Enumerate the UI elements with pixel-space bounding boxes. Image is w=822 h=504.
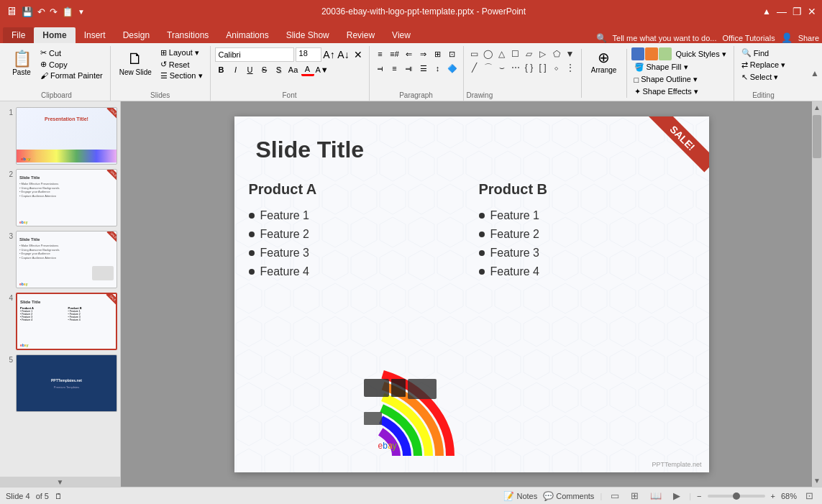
connector-tool[interactable]: ⋯ <box>509 61 522 74</box>
curve-tool[interactable]: ⌒ <box>482 61 495 74</box>
slide-img-5[interactable]: PPTTemplates.net Premium Templates <box>16 354 117 412</box>
slide-thumb-2[interactable]: 2 SALE Slide Title • Make Effective Pres… <box>3 169 117 226</box>
replace-button[interactable]: ⇄ Replace ▾ <box>739 60 788 70</box>
ribbon-collapse-icon[interactable]: ▲ <box>762 6 771 17</box>
slide-thumb-5[interactable]: 5 PPTTemplates.net Premium Templates <box>3 354 117 412</box>
reset-button[interactable]: ↺ Reset <box>157 59 206 70</box>
pentagon-tool[interactable]: ⬠ <box>550 47 563 60</box>
tab-review[interactable]: Review <box>338 27 383 43</box>
italic-button[interactable]: I <box>229 63 242 76</box>
new-slide-button[interactable]: 🗋 New Slide <box>115 47 156 78</box>
slide-img-4[interactable]: SALE Slide Title Product A • Feature 1• … <box>16 293 117 350</box>
close-button[interactable]: ✕ <box>808 6 816 17</box>
tell-me-search[interactable]: Tell me what you want to do... <box>613 34 717 42</box>
numbered-list-button[interactable]: ≡# <box>388 47 401 60</box>
align-right-button[interactable]: ⫥ <box>403 62 416 75</box>
font-name-input[interactable]: Calibri <box>215 47 294 62</box>
share-btn[interactable]: Share <box>798 34 819 42</box>
qat-undo[interactable]: ↶ <box>37 6 45 17</box>
normal-view-btn[interactable]: ▭ <box>608 489 622 503</box>
shape-outline-button[interactable]: □ Shape Outline ▾ <box>631 74 729 85</box>
bullet-list-button[interactable]: ≡ <box>374 47 387 60</box>
circle-tool[interactable]: ◯ <box>482 47 495 60</box>
reading-view-btn[interactable]: 📖 <box>647 489 665 503</box>
cut-button[interactable]: ✂ Cut <box>37 47 106 58</box>
ribbon-collapse-btn[interactable]: ▲ <box>810 68 819 78</box>
font-color-button[interactable]: A <box>301 63 314 76</box>
paste-button[interactable]: 📋 Paste <box>7 47 36 78</box>
product-b-heading[interactable]: Product B <box>479 181 695 198</box>
align-center-button[interactable]: ≡ <box>388 62 401 75</box>
notes-button[interactable]: 📝 Notes <box>503 491 537 501</box>
tab-animations[interactable]: Animations <box>217 27 277 43</box>
copy-button[interactable]: ⊕ Copy <box>37 59 106 70</box>
arrange-button[interactable]: ⊕ Arrange <box>586 47 622 75</box>
scroll-thumb[interactable] <box>813 115 821 158</box>
font-size-input[interactable]: 18 <box>296 47 321 62</box>
style-swatch-3[interactable] <box>659 47 672 60</box>
parallelogram-tool[interactable]: ▱ <box>523 47 536 60</box>
tab-slideshow[interactable]: Slide Show <box>278 27 338 43</box>
rectangle-tool[interactable]: ▭ <box>468 47 481 60</box>
underline-button[interactable]: U <box>244 63 257 76</box>
slide-thumb-1[interactable]: 1 SALE Presentation Title! ebay <box>3 107 117 165</box>
decrease-indent-button[interactable]: ⇐ <box>403 47 416 60</box>
layout-button[interactable]: ⊞ Layout ▾ <box>157 47 206 58</box>
clear-format-button[interactable]: ✕ <box>352 48 365 61</box>
case-button[interactable]: Aa <box>287 63 300 76</box>
tab-home[interactable]: Home <box>34 27 75 43</box>
brace-tool[interactable]: { } <box>523 61 536 74</box>
square-tool[interactable]: ☐ <box>509 47 522 60</box>
increase-font-button[interactable]: A↑ <box>323 48 336 61</box>
formula-tool[interactable]: ⋮ <box>564 61 577 74</box>
columns-button[interactable]: ⊞ <box>431 47 444 60</box>
more-shapes-btn[interactable]: ▼ <box>564 47 577 60</box>
slide-thumb-4[interactable]: 4 SALE Slide Title Product A • Feature 1… <box>3 293 117 350</box>
arc-tool[interactable]: ⌣ <box>496 61 508 74</box>
shape-effects-button[interactable]: ✦ Shape Effects ▾ <box>631 86 729 97</box>
qat-save[interactable]: 💾 <box>22 6 33 17</box>
tab-view[interactable]: View <box>383 27 419 43</box>
qat-customize[interactable]: 📋 <box>62 6 73 17</box>
tab-file[interactable]: File <box>3 27 34 43</box>
decrease-font-button[interactable]: A↓ <box>337 48 350 61</box>
quick-styles-button[interactable]: Quick Styles ▾ <box>673 49 729 60</box>
find-button[interactable]: 🔍 Find <box>739 47 788 58</box>
justify-button[interactable]: ☰ <box>417 62 430 75</box>
slide-img-3[interactable]: SALE Slide Title • Make Effective Presen… <box>16 231 117 288</box>
slide-thumb-3[interactable]: 3 SALE Slide Title • Make Effective Pres… <box>3 231 117 288</box>
zoom-in-btn[interactable]: + <box>771 492 775 500</box>
arrow-tool[interactable]: ▷ <box>536 47 549 60</box>
presenter-view-btn[interactable]: ▶ <box>670 489 683 503</box>
line-spacing-button[interactable]: ↕ <box>431 62 444 75</box>
line-tool[interactable]: ╱ <box>468 61 481 74</box>
text-direction-button[interactable]: ⊡ <box>446 47 459 60</box>
slides-scroll-down[interactable]: ▼ <box>0 477 120 487</box>
product-a-heading[interactable]: Product A <box>249 181 465 198</box>
highlight-button[interactable]: A▼ <box>316 63 329 76</box>
increase-indent-button[interactable]: ⇒ <box>417 47 430 60</box>
bold-button[interactable]: B <box>215 63 228 76</box>
section-button[interactable]: ☰ Section ▾ <box>157 70 206 81</box>
zoom-out-btn[interactable]: − <box>697 492 701 500</box>
minimize-button[interactable]: — <box>777 6 787 17</box>
style-swatch-1[interactable] <box>631 47 644 60</box>
slides-scroll[interactable]: 1 SALE Presentation Title! ebay <box>0 101 120 477</box>
restore-button[interactable]: ❐ <box>793 6 802 17</box>
slide-main-title[interactable]: Slide Title <box>256 137 365 163</box>
fit-slide-btn[interactable]: ⊡ <box>803 489 816 503</box>
shape-fill-button[interactable]: 🪣 Shape Fill ▾ <box>631 62 729 73</box>
qat-redo[interactable]: ↷ <box>50 6 58 17</box>
select-button[interactable]: ↖ Select ▾ <box>739 72 788 83</box>
tab-insert[interactable]: Insert <box>76 27 114 43</box>
scroll-down-btn[interactable]: ▼ <box>811 475 822 487</box>
diamond-tool[interactable]: ⬦ <box>550 61 563 74</box>
bracket-tool[interactable]: [ ] <box>536 61 549 74</box>
slide-sorter-btn[interactable]: ⊞ <box>628 489 641 503</box>
slide-img-1[interactable]: SALE Presentation Title! ebay <box>16 107 117 165</box>
scroll-up-btn[interactable]: ▲ <box>811 101 822 114</box>
comments-button[interactable]: 💬 Comments <box>543 491 594 501</box>
tab-transitions[interactable]: Transitions <box>158 27 217 43</box>
align-left-button[interactable]: ⫤ <box>374 62 387 75</box>
zoom-slider[interactable] <box>708 495 765 498</box>
